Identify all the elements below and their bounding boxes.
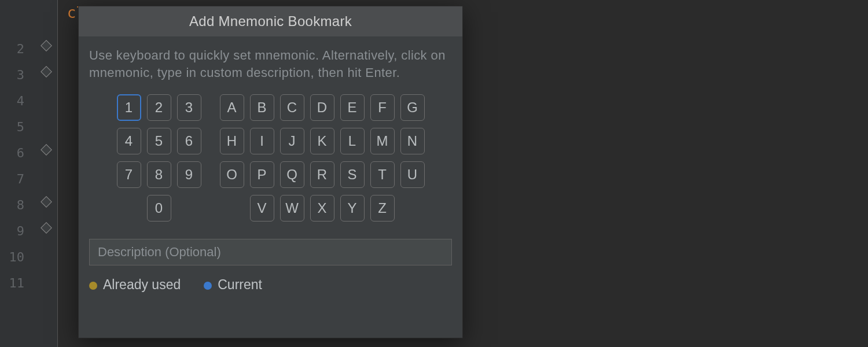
mnemonic-key-4[interactable]: 4 xyxy=(117,128,141,154)
mnemonic-key-e[interactable]: E xyxy=(340,94,365,121)
fold-marker-icon[interactable] xyxy=(41,222,52,234)
mnemonic-key-0[interactable]: 0 xyxy=(147,195,171,222)
mnemonic-key-y[interactable]: Y xyxy=(340,195,365,222)
mnemonic-key-h[interactable]: H xyxy=(220,128,244,154)
mnemonic-key-6[interactable]: 6 xyxy=(177,128,201,154)
mnemonic-key-3[interactable]: 3 xyxy=(177,94,201,121)
mnemonic-key-r[interactable]: R xyxy=(310,161,334,188)
line-number: 2 xyxy=(0,36,35,62)
mnemonic-key-g[interactable]: G xyxy=(400,94,425,121)
legend-dot-icon xyxy=(204,282,212,290)
add-mnemonic-bookmark-popup: Add Mnemonic Bookmark Use keyboard to qu… xyxy=(78,6,463,338)
mnemonic-key-q[interactable]: Q xyxy=(280,161,304,188)
legend-already-used: Already used xyxy=(89,277,181,293)
legend-current: Current xyxy=(204,277,262,293)
line-number: 9 xyxy=(0,218,35,244)
mnemonic-key-a[interactable]: A xyxy=(220,94,244,121)
line-number: 7 xyxy=(0,166,35,192)
mnemonic-key-u[interactable]: U xyxy=(400,161,425,188)
mnemonic-key-o[interactable]: O xyxy=(220,161,244,188)
mnemonic-key-c[interactable]: C xyxy=(280,94,304,121)
mnemonic-key-9[interactable]: 9 xyxy=(177,161,201,188)
mnemonic-key-grid: 1234567890 ABCDEFGHIJKLMNOPQRSTUVWXYZ xyxy=(89,94,452,222)
line-number: 4 xyxy=(0,88,35,114)
line-number: 3 xyxy=(0,62,35,88)
popup-title: Add Mnemonic Bookmark xyxy=(79,6,462,36)
fold-marker-icon[interactable] xyxy=(41,144,52,156)
mnemonic-key-k[interactable]: K xyxy=(310,128,334,154)
mnemonic-key-t[interactable]: T xyxy=(370,161,395,188)
mnemonic-key-i[interactable]: I xyxy=(250,128,274,154)
description-input[interactable] xyxy=(89,239,452,265)
line-number: 6 xyxy=(0,140,35,166)
mnemonic-key-7[interactable]: 7 xyxy=(117,161,141,188)
line-number: 5 xyxy=(0,114,35,140)
mnemonic-key-d[interactable]: D xyxy=(310,94,334,121)
mnemonic-key-8[interactable]: 8 xyxy=(147,161,171,188)
mnemonic-key-s[interactable]: S xyxy=(340,161,365,188)
mnemonic-key-l[interactable]: L xyxy=(340,128,365,154)
mnemonic-key-x[interactable]: X xyxy=(310,195,334,222)
popup-help-text: Use keyboard to quickly set mnemonic. Al… xyxy=(89,47,452,82)
mnemonic-key-f[interactable]: F xyxy=(370,94,395,121)
mnemonic-key-p[interactable]: P xyxy=(250,161,274,188)
mnemonic-key-5[interactable]: 5 xyxy=(147,128,171,154)
line-number: 8 xyxy=(0,192,35,218)
mnemonic-key-b[interactable]: B xyxy=(250,94,274,121)
fold-column xyxy=(35,0,58,347)
mnemonic-key-w[interactable]: W xyxy=(280,195,304,222)
mnemonic-key-2[interactable]: 2 xyxy=(147,94,171,121)
fold-marker-icon[interactable] xyxy=(41,66,52,77)
mnemonic-key-m[interactable]: M xyxy=(370,128,395,154)
legend: Already used Current xyxy=(89,265,452,293)
fold-marker-icon[interactable] xyxy=(41,40,52,51)
line-number: 10 xyxy=(0,244,35,270)
fold-marker-icon[interactable] xyxy=(41,196,52,208)
mnemonic-key-n[interactable]: N xyxy=(400,128,425,154)
editor-gutter: 234567891011 xyxy=(0,0,58,347)
legend-dot-icon xyxy=(89,282,97,290)
mnemonic-key-1[interactable]: 1 xyxy=(117,94,141,121)
mnemonic-key-j[interactable]: J xyxy=(280,128,304,154)
mnemonic-key-z[interactable]: Z xyxy=(370,195,395,222)
line-number: 11 xyxy=(0,270,35,296)
mnemonic-key-v[interactable]: V xyxy=(250,195,274,222)
